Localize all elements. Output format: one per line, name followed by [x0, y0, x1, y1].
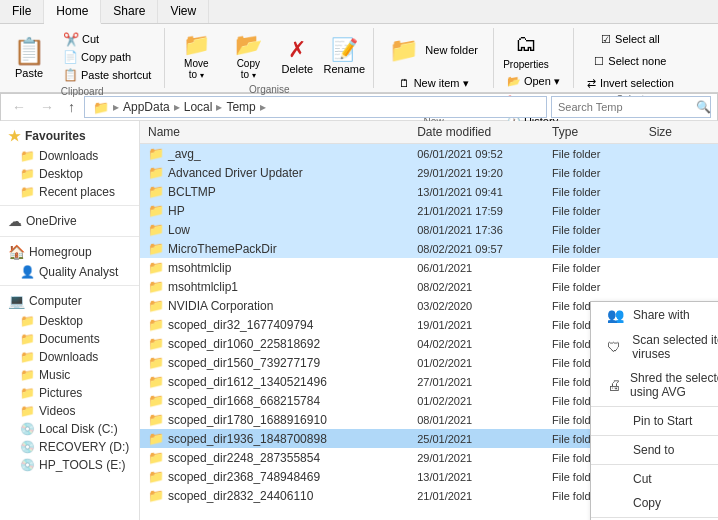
- ribbon-group-select: ☑ Select all ☐ Select none ⇄ Invert sele…: [574, 28, 687, 88]
- sidebar-item-documents[interactable]: 📁 Documents: [0, 330, 139, 348]
- search-box[interactable]: 🔍: [551, 96, 711, 118]
- sidebar-item-pictures[interactable]: 📁 Pictures: [0, 384, 139, 402]
- new-folder-label: New folder: [425, 44, 478, 56]
- new-item-button[interactable]: 🗒 New item ▾: [392, 74, 476, 92]
- col-size[interactable]: Size: [641, 123, 718, 141]
- search-input[interactable]: [558, 101, 696, 113]
- col-date-modified[interactable]: Date modified: [409, 123, 544, 141]
- sidebar-homegroup-header[interactable]: 🏠 Homegroup: [0, 241, 139, 263]
- folder-icon: 📁: [148, 146, 164, 161]
- ctx-separator-2: [591, 435, 718, 436]
- select-all-button[interactable]: ☑ Select all: [594, 30, 667, 48]
- properties-label: Properties: [503, 59, 549, 70]
- divider-2: [0, 236, 139, 237]
- rename-button[interactable]: 📝 Rename: [321, 30, 367, 82]
- cut-button[interactable]: ✂️ Cut: [56, 30, 158, 48]
- move-to-button[interactable]: 📁 Move to ▾: [171, 30, 221, 82]
- sidebar-item-videos[interactable]: 📁 Videos: [0, 402, 139, 420]
- table-row[interactable]: 📁_avg_ 06/01/2021 09:52 File folder: [140, 144, 718, 163]
- properties-button[interactable]: 🗂 Properties: [500, 30, 552, 70]
- tab-view[interactable]: View: [158, 0, 209, 23]
- copy-path-icon: 📄: [63, 50, 78, 64]
- new-folder-icon: 📁: [389, 36, 419, 64]
- folder-icon: 📁: [148, 298, 164, 313]
- sidebar-item-quality-analyst[interactable]: 👤 Quality Analyst: [0, 263, 139, 281]
- sidebar-item-hp-tools-e[interactable]: 💿 HP_TOOLS (E:): [0, 456, 139, 474]
- forward-button[interactable]: →: [35, 96, 59, 118]
- folder-icon: 📁: [148, 260, 164, 275]
- ctx-copy[interactable]: Copy: [591, 491, 718, 515]
- copy-path-button[interactable]: 📄 Copy path: [56, 48, 158, 66]
- col-type[interactable]: Type: [544, 123, 641, 141]
- sidebar-favourites-header[interactable]: ★ Favourites: [0, 125, 139, 147]
- delete-button[interactable]: ✗ Delete: [275, 30, 319, 82]
- folder-icon: 📁: [148, 241, 164, 256]
- sidebar-onedrive-header[interactable]: ☁ OneDrive: [0, 210, 139, 232]
- ctx-scan-viruses[interactable]: 🛡 Scan selected items for viruses: [591, 328, 718, 366]
- sidebar-item-local-disk-c[interactable]: 💿 Local Disk (C:): [0, 420, 139, 438]
- select-none-button[interactable]: ☐ Select none: [587, 52, 673, 70]
- up-button[interactable]: ↑: [63, 96, 80, 118]
- sidebar: ★ Favourites 📁 Downloads 📁 Desktop 📁 Rec…: [0, 121, 140, 520]
- col-name[interactable]: Name: [140, 123, 409, 141]
- sidebar-item-recent-places[interactable]: 📁 Recent places: [0, 183, 139, 201]
- sidebar-item-desktop-c[interactable]: 📁 Desktop: [0, 312, 139, 330]
- new-folder-button[interactable]: 📁 New folder: [380, 30, 487, 70]
- properties-icon: 🗂: [515, 31, 537, 57]
- paste-button[interactable]: 📋 Paste: [6, 31, 52, 83]
- ctx-cut[interactable]: Cut: [591, 467, 718, 491]
- sidebar-item-downloads[interactable]: 📁 Downloads: [0, 147, 139, 165]
- table-row[interactable]: 📁BCLTMP 13/01/2021 09:41 File folder: [140, 182, 718, 201]
- invert-selection-button[interactable]: ⇄ Invert selection: [580, 74, 681, 92]
- path-local[interactable]: Local: [184, 100, 213, 114]
- file-list-header: Name Date modified Type Size: [140, 121, 718, 144]
- table-row[interactable]: 📁msohtmlclip 06/01/2021 File folder: [140, 258, 718, 277]
- table-row[interactable]: 📁Advanced Driver Updater 29/01/2021 19:2…: [140, 163, 718, 182]
- organise-group-label: Organise: [171, 82, 367, 95]
- back-button[interactable]: ←: [7, 96, 31, 118]
- sidebar-item-downloads-c[interactable]: 📁 Downloads: [0, 348, 139, 366]
- computer-label: Computer: [29, 294, 82, 308]
- ctx-share-with[interactable]: 👥 Share with ▶: [591, 302, 718, 328]
- select-none-label: Select none: [608, 55, 666, 67]
- address-path[interactable]: 📁 ▸ AppData ▸ Local ▸ Temp ▸: [84, 96, 547, 118]
- ribbon-group-clipboard: 📋 Paste ✂️ Cut 📄 Copy path 📋 Paste short…: [0, 28, 165, 88]
- divider-1: [0, 205, 139, 206]
- copy-to-button[interactable]: 📂 Copy to ▾: [223, 30, 273, 82]
- open-button[interactable]: 📂 Open ▾: [500, 72, 567, 90]
- onedrive-label: OneDrive: [26, 214, 77, 228]
- path-appdata[interactable]: AppData: [123, 100, 170, 114]
- ctx-pin-to-start[interactable]: Pin to Start: [591, 409, 718, 433]
- path-folder-icon: 📁: [93, 100, 109, 115]
- desktop-label: Desktop: [39, 167, 83, 181]
- scan-icon: 🛡: [607, 339, 626, 355]
- recent-places-label: Recent places: [39, 185, 115, 199]
- home-icon: 🏠: [8, 244, 25, 260]
- table-row[interactable]: 📁msohtmlclip1 08/02/2021 File folder: [140, 277, 718, 296]
- disk-icon: 💿: [20, 458, 35, 472]
- paste-icon: 📋: [13, 36, 45, 67]
- table-row[interactable]: 📁Low 08/01/2021 17:36 File folder: [140, 220, 718, 239]
- folder-icon: 📁: [20, 332, 35, 346]
- quality-analyst-label: Quality Analyst: [39, 265, 118, 279]
- paste-shortcut-button[interactable]: 📋 Paste shortcut: [56, 66, 158, 84]
- rename-icon: 📝: [331, 37, 358, 63]
- tab-home[interactable]: Home: [44, 0, 101, 24]
- path-temp[interactable]: Temp: [226, 100, 255, 114]
- folder-icon: 📁: [20, 350, 35, 364]
- ctx-shred-avg[interactable]: 🖨 Shred the selected items using AVG: [591, 366, 718, 404]
- main-layout: ★ Favourites 📁 Downloads 📁 Desktop 📁 Rec…: [0, 121, 718, 520]
- sidebar-item-music[interactable]: 📁 Music: [0, 366, 139, 384]
- ctx-send-to[interactable]: Send to ▶: [591, 438, 718, 462]
- table-row[interactable]: 📁MicroThemePackDir 08/02/2021 09:57 File…: [140, 239, 718, 258]
- folder-icon: 📁: [20, 149, 35, 163]
- ctx-separator-1: [591, 406, 718, 407]
- tab-file[interactable]: File: [0, 0, 44, 23]
- sidebar-computer-header[interactable]: 💻 Computer: [0, 290, 139, 312]
- paste-shortcut-label: Paste shortcut: [81, 69, 151, 81]
- table-row[interactable]: 📁HP 21/01/2021 17:59 File folder: [140, 201, 718, 220]
- sidebar-item-recovery-d[interactable]: 💿 RECOVERY (D:): [0, 438, 139, 456]
- divider-3: [0, 285, 139, 286]
- sidebar-item-desktop[interactable]: 📁 Desktop: [0, 165, 139, 183]
- tab-share[interactable]: Share: [101, 0, 158, 23]
